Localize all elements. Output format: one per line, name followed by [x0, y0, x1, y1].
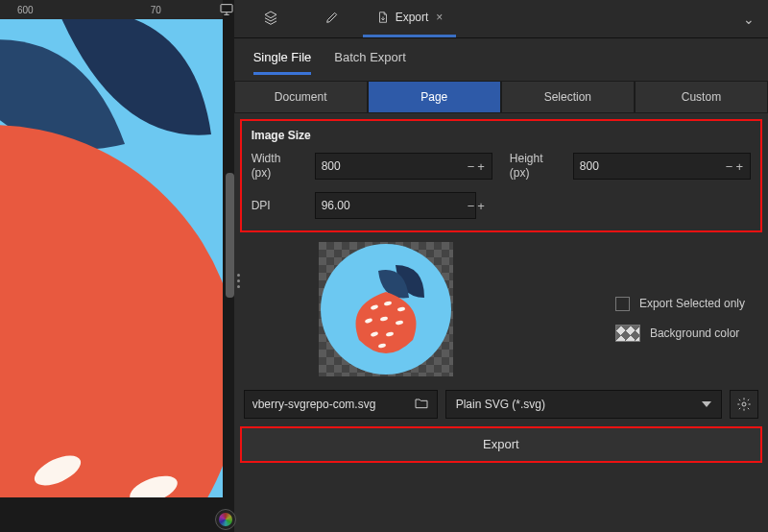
dock-tabs: Export × ⌄ [234, 0, 768, 38]
ruler-horizontal: 600 70 [0, 0, 223, 19]
height-label: Height (px) [510, 152, 556, 181]
dropdown-icon [702, 401, 711, 407]
dpi-stepper[interactable]: −+ [466, 199, 486, 213]
minus-icon[interactable]: − [466, 199, 476, 213]
artwork [0, 19, 223, 497]
canvas-area[interactable]: 600 70 [0, 0, 234, 532]
svg-point-1 [0, 125, 223, 497]
app-root: 600 70 [0, 0, 768, 532]
plus-icon[interactable]: + [475, 199, 486, 213]
preview-row: Export Selected only Background color [234, 232, 768, 380]
minus-icon[interactable]: − [466, 159, 476, 174]
scope-selection[interactable]: Selection [501, 81, 635, 113]
dpi-field[interactable]: −+ [315, 192, 476, 219]
export-panel: Export × ⌄ Single File Batch Export Docu… [234, 0, 768, 532]
width-label: Width (px) [252, 152, 298, 181]
display-icon[interactable] [219, 2, 234, 17]
background-color-option[interactable]: Background color [615, 325, 745, 342]
color-wheel-icon[interactable] [215, 509, 236, 530]
plus-icon[interactable]: + [733, 159, 744, 174]
export-tab[interactable]: Export × [363, 1, 457, 37]
dpi-row: DPI −+ [252, 192, 751, 219]
preview-artwork [321, 244, 451, 375]
export-preview [319, 242, 453, 376]
chevron-down-icon[interactable]: ⌄ [735, 12, 762, 27]
canvas[interactable] [0, 19, 223, 497]
width-height-row: Width (px) −+ Height (px) −+ [252, 152, 751, 181]
settings-button[interactable] [730, 390, 758, 419]
close-icon[interactable]: × [436, 11, 443, 24]
dpi-label: DPI [252, 199, 298, 213]
panel-handle[interactable] [237, 274, 240, 288]
layers-tab-icon[interactable] [240, 1, 301, 37]
export-selected-label: Export Selected only [639, 297, 745, 310]
bgcolor-label: Background color [650, 326, 739, 340]
height-stepper[interactable]: −+ [724, 159, 744, 174]
tab-single-file[interactable]: Single File [253, 50, 312, 75]
checkbox-icon[interactable] [615, 297, 630, 311]
filename-field[interactable] [244, 390, 438, 419]
scrollbar-vertical[interactable] [226, 173, 234, 298]
scope-page[interactable]: Page [368, 81, 501, 113]
tab-batch-export[interactable]: Batch Export [334, 50, 405, 75]
plus-icon[interactable]: + [475, 159, 486, 174]
gear-icon [736, 397, 752, 412]
edit-tab-icon[interactable] [301, 1, 363, 37]
export-mode-tabs: Single File Batch Export [234, 38, 768, 75]
width-input[interactable] [322, 159, 466, 173]
svg-rect-0 [221, 5, 232, 12]
image-size-title: Image Size [252, 129, 751, 142]
export-options: Export Selected only Background color [615, 297, 745, 342]
export-button-container: Export [240, 426, 762, 463]
export-scope-tabs: Document Page Selection Custom [234, 81, 768, 113]
ruler-mark: 70 [151, 5, 161, 15]
bgcolor-swatch[interactable] [615, 325, 640, 342]
image-size-section: Image Size Width (px) −+ Height (px) −+ … [240, 119, 762, 232]
format-select[interactable]: Plain SVG (*.svg) [445, 390, 722, 419]
height-field[interactable]: −+ [573, 153, 751, 180]
width-field[interactable]: −+ [315, 153, 492, 180]
dpi-input[interactable] [322, 199, 466, 212]
minus-icon[interactable]: − [724, 159, 734, 174]
format-value: Plain SVG (*.svg) [456, 398, 702, 411]
height-input[interactable] [580, 159, 724, 173]
file-row: Plain SVG (*.svg) [234, 380, 768, 419]
export-tab-label: Export [396, 11, 429, 24]
width-stepper[interactable]: −+ [466, 159, 486, 174]
svg-point-13 [742, 402, 746, 406]
ruler-mark: 600 [17, 5, 34, 15]
scope-document[interactable]: Document [234, 81, 368, 113]
export-selected-checkbox[interactable]: Export Selected only [615, 297, 745, 311]
scope-custom[interactable]: Custom [635, 81, 768, 113]
export-button[interactable]: Export [242, 428, 760, 461]
filename-input[interactable] [252, 398, 414, 411]
folder-icon[interactable] [414, 396, 429, 414]
